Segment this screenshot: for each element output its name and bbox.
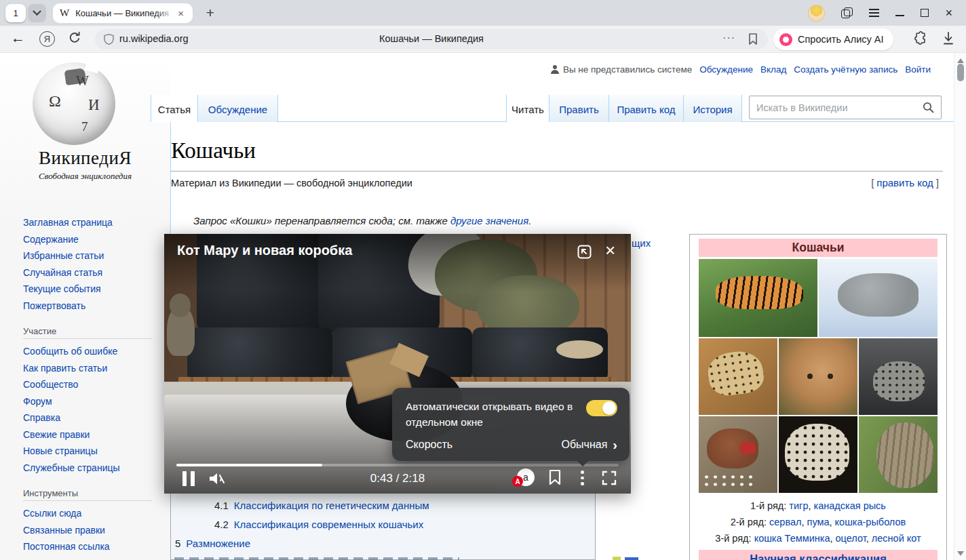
- wikipedia-wordmark[interactable]: ВикипедиЯ: [0, 148, 170, 169]
- browser-tab[interactable]: W Кошачьи — Википедия ×: [53, 3, 193, 23]
- link-fishing-cat[interactable]: кошка-рыболов: [835, 517, 906, 527]
- personal-bar: Вы не представились системе Обсуждение В…: [550, 64, 931, 75]
- edit-source-link[interactable]: править код: [874, 177, 936, 188]
- sidebar-item-forum[interactable]: Форум: [23, 393, 159, 410]
- taxobox: Кошачьи 1-й ряд: тигр, канадская рысь: [689, 234, 947, 560]
- translate-video-icon[interactable]: а A: [517, 468, 535, 486]
- photo-ocelot[interactable]: [779, 416, 857, 493]
- video-more-icon[interactable]: [581, 471, 584, 485]
- profile-avatar[interactable]: [808, 5, 825, 22]
- back-button[interactable]: ←: [11, 30, 25, 46]
- sidebar-item-permanent-link[interactable]: Постоянная ссылка: [23, 538, 159, 555]
- personal-link-talk[interactable]: Обсуждение: [699, 64, 753, 75]
- toc-item-5[interactable]: 5Размножение: [175, 538, 250, 549]
- video-bookmark-icon[interactable]: [548, 469, 562, 485]
- yandex-home-button[interactable]: Я: [39, 31, 55, 47]
- link-canada-lynx[interactable]: канадская рысь: [814, 500, 886, 511]
- personal-link-create-account[interactable]: Создать учётную запись: [794, 64, 897, 75]
- speed-row[interactable]: Скорость Обычная ›: [406, 438, 617, 452]
- speed-label: Скорость: [406, 439, 452, 451]
- side-panels-icon[interactable]: [841, 7, 853, 19]
- photo-serval[interactable]: [699, 338, 777, 415]
- video-pip-player[interactable]: Кот Мару и новая коробка × 0:43 / 2:18 а…: [164, 234, 631, 494]
- photo-puma[interactable]: [779, 338, 857, 415]
- maximize-button[interactable]: [921, 9, 929, 17]
- sidebar-item-report-error[interactable]: Сообщить об ошибке: [23, 343, 159, 360]
- wiki-search-input[interactable]: [750, 102, 923, 113]
- new-tab-button[interactable]: +: [201, 3, 220, 22]
- link-puma[interactable]: пума: [807, 517, 830, 527]
- hatnote: Запрос «Кошки» перенаправляется сюда; см…: [193, 215, 531, 226]
- sidebar-item-special-pages[interactable]: Служебные страницы: [23, 460, 159, 477]
- photo-fishing-cat[interactable]: [859, 338, 938, 415]
- sidebar-item-current-events[interactable]: Текущие события: [23, 281, 159, 298]
- photo-canada-lynx[interactable]: [819, 259, 938, 337]
- sidebar-item-main-page[interactable]: Заглавная страница: [23, 214, 159, 231]
- link-ocelot[interactable]: оцелот: [836, 533, 866, 544]
- hatnote-link[interactable]: другие значения: [450, 215, 528, 226]
- tab-edit-source[interactable]: Править код: [609, 95, 684, 122]
- photo-tiger[interactable]: [699, 259, 817, 337]
- link-serval[interactable]: сервал: [769, 517, 801, 527]
- bookmark-icon[interactable]: [748, 33, 758, 45]
- photo-wildcat[interactable]: [859, 416, 938, 493]
- toc-item-4-1[interactable]: 4.1Классификация по генетическим данным: [214, 500, 429, 511]
- tab-read[interactable]: Читать: [506, 95, 549, 122]
- chevron-down-icon: [33, 7, 41, 16]
- clipped-toc-row: [174, 557, 459, 560]
- wikipedia-globe-logo[interactable]: Ω W И 7: [33, 62, 115, 145]
- tab-counter-button[interactable]: 1: [5, 4, 26, 22]
- occluded-text-fragment[interactable]: щих: [632, 237, 651, 249]
- sidebar-item-how-to-edit[interactable]: Как править статьи: [23, 360, 159, 377]
- close-video-icon[interactable]: ×: [605, 241, 615, 259]
- search-icon[interactable]: [923, 102, 934, 113]
- link-temminck-cat[interactable]: кошка Темминка: [754, 533, 830, 544]
- sidebar-item-featured[interactable]: Избранные статьи: [23, 247, 159, 264]
- personal-link-login[interactable]: Войти: [905, 64, 931, 75]
- fullscreen-icon[interactable]: [601, 470, 617, 486]
- popup-arrow: [577, 460, 589, 466]
- classification-link[interactable]: Научная классификация: [750, 553, 887, 560]
- close-window-button[interactable]: ×: [945, 7, 952, 19]
- toc-item-4-2[interactable]: 4.2Классификация современных кошачьих: [214, 519, 423, 530]
- tab-close-icon[interactable]: ×: [178, 8, 184, 18]
- sidebar-item-donate[interactable]: Пожертвовать: [23, 298, 159, 315]
- video-progress-bar[interactable]: [176, 464, 619, 466]
- extensions-icon[interactable]: [911, 31, 927, 47]
- photo-temminck-cat[interactable]: [699, 416, 777, 493]
- return-to-tab-icon[interactable]: [577, 244, 592, 260]
- sidebar-item-new-pages[interactable]: Новые страницы: [23, 443, 159, 460]
- minimize-button[interactable]: [895, 15, 904, 16]
- address-bar[interactable]: ru.wikipedia.org Кошачьи — Википедия ···: [95, 29, 768, 49]
- page-scrollbar[interactable]: [954, 53, 966, 560]
- scroll-thumb[interactable]: [957, 64, 964, 81]
- speed-value: Обычная: [561, 439, 607, 451]
- tab-list-chevron-button[interactable]: [28, 4, 46, 22]
- tab-article[interactable]: Статья: [151, 95, 198, 122]
- clipped-link: [625, 557, 638, 560]
- sidebar-item-contents[interactable]: Содержание: [23, 231, 159, 248]
- scroll-down-arrow[interactable]: [957, 551, 964, 556]
- personal-link-contributions[interactable]: Вклад: [760, 64, 786, 75]
- ask-alice-button[interactable]: Спросить Алису AI: [773, 28, 893, 50]
- downloads-icon[interactable]: [942, 31, 955, 46]
- scroll-up-arrow[interactable]: [957, 58, 964, 63]
- sidebar-item-related-changes[interactable]: Связанные правки: [23, 522, 159, 539]
- auto-open-toggle[interactable]: [586, 400, 617, 416]
- reload-button[interactable]: [68, 31, 81, 45]
- sidebar-item-what-links-here[interactable]: Ссылки сюда: [23, 505, 159, 522]
- collage-captions: 1-й ряд: тигр, канадская рысь 2-й ряд: с…: [699, 498, 938, 546]
- link-tiger[interactable]: тигр: [789, 500, 808, 511]
- sidebar-item-community[interactable]: Сообщество: [23, 376, 159, 393]
- browser-menu-icon[interactable]: [869, 9, 879, 17]
- tab-history[interactable]: История: [684, 95, 742, 122]
- alice-icon: [779, 33, 792, 46]
- sidebar-item-recent-changes[interactable]: Свежие правки: [23, 426, 159, 443]
- window-controls: ×: [808, 0, 966, 26]
- address-more-icon[interactable]: ···: [722, 32, 735, 44]
- tab-discussion[interactable]: Обсуждение: [198, 95, 278, 122]
- sidebar-item-help[interactable]: Справка: [23, 409, 159, 426]
- link-wildcat[interactable]: лесной кот: [872, 533, 921, 544]
- sidebar-item-random[interactable]: Случайная статья: [23, 264, 159, 281]
- tab-edit[interactable]: Править: [549, 95, 609, 122]
